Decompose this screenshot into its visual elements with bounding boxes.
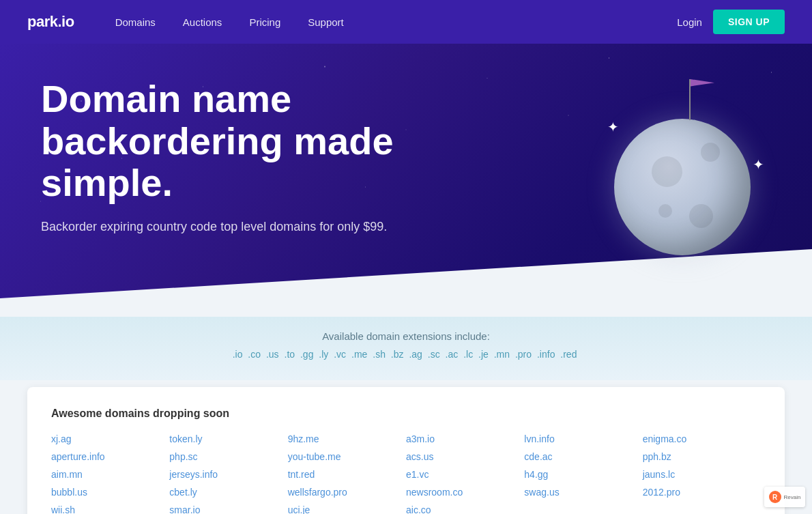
extensions-list: .io .co .us .to .gg .ly .vc .me .sh .bz … [27,349,785,360]
extension-tag[interactable]: .to [285,349,298,360]
extension-tag[interactable]: .sh [373,349,388,360]
domain-item[interactable]: cde.ac [524,451,642,462]
moon-crater-3 [658,204,672,218]
domains-card-title: Awesome domains dropping soon [51,408,761,420]
domain-item[interactable]: you-tube.me [288,451,406,462]
domain-item[interactable]: swag.us [524,487,642,498]
nav-support[interactable]: Support [294,0,358,44]
moon-crater-1 [652,156,682,187]
extensions-section: Available domain extensions include: .io… [0,317,812,380]
hero-section: Domain name backordering made simple. Ba… [0,44,812,330]
domain-item[interactable]: token.ly [169,433,287,444]
hero-content: Domain name backordering made simple. Ba… [41,78,464,236]
extensions-title: Available domain extensions include: [27,330,785,342]
extension-tag[interactable]: .ac [446,349,461,360]
extension-tag[interactable]: .je [478,349,491,360]
moon-crater-2 [701,143,720,162]
extension-tag[interactable]: .bz [391,349,407,360]
domain-item[interactable]: uci.je [288,504,406,514]
nav-auctions[interactable]: Auctions [169,0,236,44]
domain-item[interactable]: aic.co [406,504,524,514]
domain-item[interactable]: jerseys.info [169,469,287,480]
extension-tag[interactable]: .vc [334,349,349,360]
nav-links: Domains Auctions Pricing Support [102,0,678,44]
hero-subtitle: Backorder expiring country code top leve… [41,218,464,236]
domain-item[interactable]: aim.mn [51,469,169,480]
login-link[interactable]: Login [677,16,702,28]
domains-card: Awesome domains dropping soon xj.agtoken… [27,387,785,514]
domain-item[interactable]: cbet.ly [169,487,287,498]
moon-illustration: ✦ ✦ [594,57,771,276]
revain-badge: R Revain [764,487,805,507]
flag-pole [689,79,691,120]
domain-item[interactable]: acs.us [406,451,524,462]
logo[interactable]: park.io [27,13,74,31]
domain-item[interactable]: 2012.pro [643,487,761,498]
hero-title: Domain name backordering made simple. [41,78,464,204]
domain-item[interactable]: tnt.red [288,469,406,480]
extension-tag[interactable]: .info [537,349,557,360]
domain-item[interactable]: a3m.io [406,433,524,444]
domain-item[interactable]: 9hz.me [288,433,406,444]
extension-tag[interactable]: .sc [428,349,443,360]
extension-tag[interactable]: .me [351,349,370,360]
sparkle-icon-1: ✦ [607,119,619,135]
domain-item[interactable]: xj.ag [51,433,169,444]
moon [614,119,751,255]
domain-item[interactable]: e1.vc [406,469,524,480]
moon-crater-4 [689,204,713,228]
domain-item[interactable]: enigma.co [643,433,761,444]
flag [691,79,714,97]
extension-tag[interactable]: .co [248,349,263,360]
navbar: park.io Domains Auctions Pricing Support… [0,0,812,44]
nav-right: Login SIGN UP [677,10,785,34]
extension-tag[interactable]: .ag [409,349,424,360]
domain-item[interactable]: aperture.info [51,451,169,462]
revain-icon: R [769,491,781,503]
domain-item[interactable]: newsroom.co [406,487,524,498]
extension-tag[interactable]: .io [233,349,246,360]
extension-tag[interactable]: .gg [300,349,316,360]
extension-tag[interactable]: .ly [319,349,331,360]
domain-item[interactable]: pph.bz [643,451,761,462]
extension-tag[interactable]: .red [560,349,579,360]
extension-tag[interactable]: .us [266,349,282,360]
nav-pricing[interactable]: Pricing [235,0,294,44]
domain-item[interactable]: wii.sh [51,504,169,514]
sparkle-icon-2: ✦ [753,156,764,173]
revain-label: Revain [784,494,801,500]
domain-item[interactable]: wellsfargo.pro [288,487,406,498]
domain-item[interactable]: bubbl.us [51,487,169,498]
extension-tag[interactable]: .pro [515,349,534,360]
domain-item[interactable]: smar.io [169,504,287,514]
nav-domains[interactable]: Domains [102,0,169,44]
domain-item[interactable]: php.sc [169,451,287,462]
domains-grid: xj.agtoken.ly9hz.mea3m.iolvn.infoenigma.… [51,433,761,514]
domain-item[interactable]: jauns.lc [643,469,761,480]
extension-tag[interactable]: .lc [463,349,476,360]
domain-item[interactable]: lvn.info [524,433,642,444]
signup-button[interactable]: SIGN UP [713,10,785,34]
domain-item[interactable]: h4.gg [524,469,642,480]
extension-tag[interactable]: .mn [494,349,512,360]
